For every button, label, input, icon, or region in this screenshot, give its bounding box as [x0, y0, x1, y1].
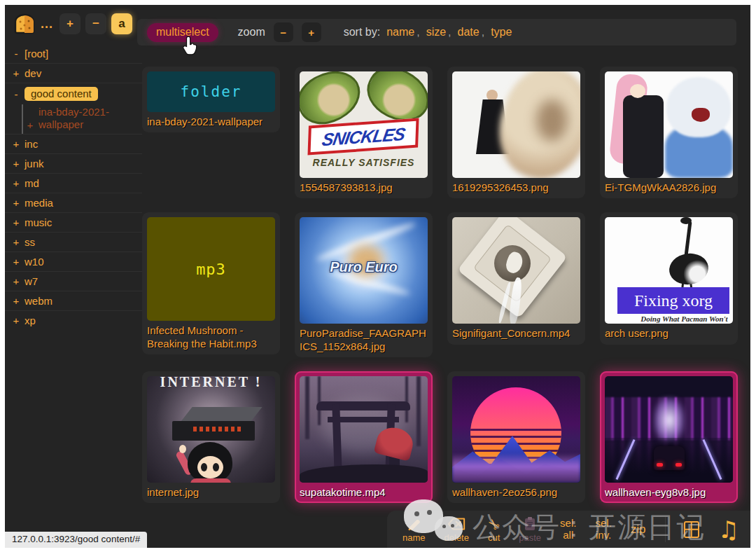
file-card[interactable]: SNICKLES REALLY SATISFIES 1554587393813.…	[295, 67, 433, 198]
paste-button-disabled[interactable]: paste	[519, 516, 541, 542]
file-name: Ei-TGMgWkAA2826.jpg	[605, 181, 733, 194]
black-dress	[623, 95, 664, 178]
thumbnail-anime-pair	[605, 71, 733, 178]
thumbnail-cyber-car	[605, 376, 733, 483]
select-all-button[interactable]: sel. all	[560, 518, 576, 540]
thumbnail-arch-user: Fixing xorg Doing What Pacman Won't	[605, 217, 733, 324]
tree-item-webm[interactable]: + webm	[5, 291, 142, 310]
taillight	[657, 463, 663, 467]
zip-button[interactable]: zip	[631, 523, 646, 537]
file-card[interactable]: Ei-TGMgWkAA2826.jpg	[600, 67, 738, 198]
tree-silhouette	[318, 376, 321, 425]
tree-item-dev[interactable]: + dev	[5, 63, 142, 83]
file-card[interactable]: INTERNET ! internet.jpg	[142, 371, 280, 503]
music-note-icon[interactable]: ♫	[718, 518, 739, 541]
browser-status-url: 127.0.0.1:3923/good content/#	[5, 532, 147, 548]
divider	[665, 517, 666, 542]
taillight	[676, 463, 682, 467]
file-name: 1554587393813.jpg	[300, 181, 428, 194]
snickles-tagline: REALLY SATISFIES	[300, 157, 428, 168]
tree-item-w10[interactable]: + w10	[5, 251, 142, 271]
file-name: 1619295326453.png	[452, 181, 580, 194]
mp3-tile-text: mp3	[196, 261, 226, 278]
file-grid: folder ina-bday-2021-wallpaper SNICKLES …	[142, 67, 738, 503]
file-card[interactable]: wallhaven-2eoz56.png	[447, 371, 585, 503]
folder-tile-text: folder	[181, 83, 242, 100]
puro-euro-logo-text: Puro Euro	[300, 259, 428, 275]
torii-top-beam	[316, 401, 410, 410]
grid-view-icon[interactable]	[684, 521, 699, 538]
file-name: Infected Mushroom - Breaking the Habit.m…	[147, 324, 275, 350]
white-hair	[666, 77, 731, 137]
sort-by-label: sort by:	[344, 26, 380, 39]
fixing-xorg-banner: Fixing xorg	[617, 287, 729, 314]
tree-silhouette	[305, 376, 309, 439]
internet-caption: INTERNET !	[147, 376, 275, 390]
zoom-out-button[interactable]: −	[274, 22, 293, 42]
cat-spot	[536, 99, 568, 142]
file-card-selected[interactable]: wallhaven-eyg8v8.jpg	[600, 371, 738, 503]
figure-head	[486, 90, 498, 101]
file-card[interactable]: Puro Euro PuroParadise_FAAGRAPHICS_1152x…	[295, 212, 433, 357]
tree-item-ina-bday-2021-wallpaper[interactable]: + ina-bday-2021-wallpaper	[22, 104, 142, 134]
tree-item-inc[interactable]: + inc	[5, 134, 142, 153]
tree-item-md[interactable]: + md	[5, 173, 142, 193]
center-glow	[654, 397, 685, 443]
file-name: PuroParadise_FAAGRAPHICS_1152x864.jpg	[300, 327, 428, 353]
sort-size-link[interactable]: size	[426, 26, 446, 39]
file-card-folder[interactable]: folder ina-bday-2021-wallpaper	[142, 67, 280, 132]
zoom-in-button[interactable]: +	[302, 22, 321, 42]
bread-logo-icon[interactable]	[13, 13, 36, 34]
breadcrumb-dots[interactable]: ...	[41, 17, 53, 32]
delete-icon	[447, 516, 465, 531]
mouse-cursor-pointer	[181, 36, 200, 58]
tree-narrow-button[interactable]: −	[85, 13, 106, 34]
tree-item-ss[interactable]: + ss	[5, 232, 142, 251]
selection-action-bar: name delete ✂ cut paste sel. all	[387, 511, 750, 548]
face	[630, 84, 645, 98]
tree-item-music[interactable]: + music	[5, 212, 142, 232]
tree-item-root[interactable]: - [root]	[5, 44, 142, 63]
pencil-icon	[407, 516, 421, 531]
thumbnail-internet: INTERNET !	[147, 376, 275, 483]
tree-item-good-content-selected[interactable]: - good content	[5, 83, 142, 104]
file-name: arch user.png	[605, 327, 733, 340]
girl-hand	[179, 445, 186, 453]
file-card-selected[interactable]: supatakotime.mp4	[295, 371, 433, 503]
scissors-icon: ✂	[488, 516, 500, 531]
sort-date-link[interactable]: date	[458, 26, 479, 39]
tree-item-xp[interactable]: + xp	[5, 310, 142, 330]
cut-button[interactable]: ✂ cut	[488, 516, 500, 542]
file-name: wallhaven-eyg8v8.jpg	[605, 486, 733, 499]
tree-silhouette	[416, 376, 421, 446]
rename-button[interactable]: name	[402, 516, 426, 542]
thumbnail-eminem-cat	[452, 71, 580, 178]
sort-type-link[interactable]: type	[491, 26, 512, 39]
modem-top	[180, 407, 262, 422]
thumbnail-snickles: SNICKLES REALLY SATISFIES	[300, 71, 428, 178]
folder-tile: folder	[147, 71, 275, 112]
file-card[interactable]: Signifigant_Concern.mp4	[447, 212, 585, 344]
purple-fog	[452, 453, 580, 483]
tree-silhouette	[405, 376, 408, 422]
file-browser-app: ... + − a - [root] + dev - good content …	[5, 5, 750, 548]
delete-button[interactable]: delete	[444, 516, 469, 542]
sort-name-link[interactable]: name	[386, 26, 414, 39]
file-card[interactable]: 1619295326453.png	[447, 67, 585, 198]
screenshot-frame: ... + − a - [root] + dev - good content …	[0, 0, 756, 552]
modem-leds	[193, 427, 242, 432]
tree-item-media[interactable]: + media	[5, 193, 142, 212]
tree-item-junk[interactable]: + junk	[5, 153, 142, 173]
file-card[interactable]: Fixing xorg Doing What Pacman Won't arch…	[600, 212, 738, 344]
girl-eye	[213, 463, 219, 471]
girl-eye	[201, 463, 207, 471]
tree-widen-button[interactable]: +	[59, 13, 80, 34]
file-card-audio[interactable]: mp3 Infected Mushroom - Breaking the Hab…	[142, 212, 280, 354]
thumbnail-synthwave-sun	[452, 376, 580, 483]
open-mouth	[692, 108, 710, 122]
tree-item-w7[interactable]: + w7	[5, 271, 142, 291]
select-invert-button[interactable]: sel. inv.	[595, 518, 611, 540]
file-name: wallhaven-2eoz56.png	[452, 486, 580, 499]
a-toggle-button[interactable]: a	[111, 13, 132, 34]
file-name: ina-bday-2021-wallpaper	[147, 116, 275, 128]
